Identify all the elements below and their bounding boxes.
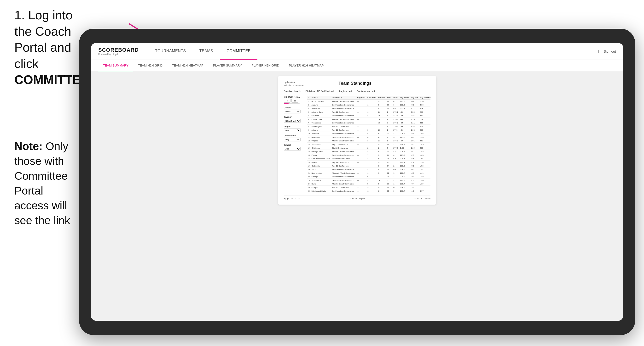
tablet-screen: SCOREBOARD Powered by clippd TOURNAMENTS…: [91, 43, 623, 321]
max-rounds-input[interactable]: [292, 99, 298, 103]
division-filter-display: Division: NCAA Division I: [306, 90, 334, 93]
home-btn[interactable]: ⌂: [295, 197, 296, 200]
table-row: 15Georgia TechAtlantic Coast Conference—…: [307, 150, 430, 153]
col-rank: #: [307, 96, 310, 100]
note-section: Note: Only those with Committee Portal a…: [14, 139, 77, 228]
standings-table: # School Conference Reg Rank Conf Rank N…: [307, 96, 430, 193]
table-row: 17East Tennessee StateSouthern Conferenc…: [307, 157, 430, 161]
logo-text: SCOREBOARD: [98, 47, 139, 53]
region-filter: Region N/A: [284, 125, 303, 132]
share-btn[interactable]: Share: [425, 197, 430, 200]
navbar: SCOREBOARD Powered by clippd TOURNAMENTS…: [91, 43, 623, 60]
subnav-team-h2h-heatmap[interactable]: TEAM H2H HEATMAP: [167, 60, 208, 71]
table-row: 25OregonPac-12 Conference—59210278.5-3.1…: [307, 186, 430, 189]
table-row: 4Arizona StatePac-12 Conference—1261274.…: [307, 110, 430, 114]
nav-right: | Sign out: [598, 49, 616, 53]
table-row: 21New MexicoMountain West Conference—192…: [307, 171, 430, 175]
col-adj-score: Adj. Score: [399, 96, 410, 100]
nav-separator: |: [598, 49, 599, 53]
more-btn[interactable]: ⋯: [298, 197, 300, 200]
table-row: 13Texas TechBig 12 Conference—19272276.9…: [307, 143, 430, 146]
nav-teams[interactable]: TEAMS: [193, 43, 220, 60]
conference-select[interactable]: (All): [284, 138, 300, 141]
instruction-area: 1. Log into the Coach Portal and click C…: [14, 7, 82, 88]
table-row: 11ArkansasSoutheastern Conference—682332…: [307, 136, 430, 139]
division-select[interactable]: NCAA Division I: [284, 119, 300, 123]
panel-title: Team Standings: [304, 81, 406, 86]
subnav-player-summary[interactable]: PLAYER SUMMARY: [208, 60, 246, 71]
back-btn[interactable]: ◀: [284, 197, 286, 200]
sign-out-link[interactable]: Sign out: [604, 49, 616, 53]
table-row: 14OklahomaBig 12 Conference—2242276.81.8…: [307, 146, 430, 150]
school-select[interactable]: (All): [284, 147, 300, 151]
panel-header: Update time: 27/03/2024 16:56:26 Team St…: [284, 81, 430, 87]
instruction-title: 1. Log into the Coach Portal and click C…: [14, 7, 82, 88]
gender-select[interactable]: Men's: [284, 110, 300, 113]
table-row: 24DukeAtlantic Coast Conference—59271278…: [307, 182, 430, 186]
update-time: Update time: 27/03/2024 16:56:26: [284, 81, 304, 87]
filters-sidebar: Minimum Rou... Gender: [284, 96, 303, 193]
min-rounds-filter: Minimum Rou...: [284, 96, 303, 104]
col-wins: Wins: [392, 96, 399, 100]
nav-committee[interactable]: COMMITTEE: [220, 43, 258, 60]
subnav-player-h2h-heatmap[interactable]: PLAYER H2H HEATMAP: [284, 60, 328, 71]
division-filter: Division NCAA Division I: [284, 116, 303, 123]
region-filter-display: Region: All: [339, 90, 352, 93]
nav-items: TOURNAMENTS TEAMS COMMITTEE: [148, 43, 598, 60]
footer-left: ◀ ▶ ↺ ⌂ ⋯: [284, 197, 300, 200]
tablet-frame: SCOREBOARD Powered by clippd TOURNAMENTS…: [79, 29, 635, 335]
table-row: 18IllinoisBig Ten Conference—19231279.1-…: [307, 161, 430, 164]
col-conference: Conference: [331, 96, 356, 100]
gender-filter: Gender Men's: [284, 107, 303, 113]
table-row: 22GeorgiaSoutheastern Conference—8721127…: [307, 175, 430, 178]
watch-btn[interactable]: Watch ▾: [414, 197, 422, 200]
logo-subtitle: Powered by clippd: [98, 53, 139, 56]
subnav-team-h2h-grid[interactable]: TEAM H2H GRID: [133, 60, 167, 71]
table-row: 20TexasSoutheastern Conference—88210.727…: [307, 168, 430, 171]
eye-icon: 👁: [349, 197, 351, 200]
table-row: 19CaliforniaPac-12 Conference—48242278.2…: [307, 164, 430, 168]
panel-body: Minimum Rou... Gender: [284, 96, 430, 193]
nav-tournaments[interactable]: TOURNAMENTS: [148, 43, 193, 60]
forward-btn[interactable]: ▶: [287, 197, 289, 200]
reload-btn[interactable]: ↺: [291, 197, 293, 200]
subnav: TEAM SUMMARY TEAM H2H GRID TEAM H2H HEAT…: [91, 60, 623, 71]
main-content: Update time: 27/03/2024 16:56:26 Team St…: [91, 71, 623, 321]
panel-footer: ◀ ▶ ↺ ⌂ ⋯ 👁 View: Original Watch ▾ Share: [284, 195, 430, 200]
conference-filter-display: Conference: All: [357, 90, 374, 93]
col-avg-low-rd: Avg. Low Rd.: [419, 96, 430, 100]
conference-filter: Conference (All): [284, 135, 303, 141]
region-select[interactable]: N/A: [284, 128, 300, 132]
filter-row: Gender: Men's Division: NCAA Division I …: [284, 90, 430, 93]
footer-right: Watch ▾ Share: [414, 197, 430, 200]
col-avg-sg: Avg. SG: [410, 96, 419, 100]
col-conf-rank: Conf Rank: [366, 96, 378, 100]
data-table-container: # School Conference Reg Rank Conf Rank N…: [307, 96, 430, 193]
table-row: 6Florida StateAtlantic Coast Conference—…: [307, 118, 430, 121]
table-row: 26Mississippi StateSoutheastern Conferen…: [307, 189, 430, 193]
col-reg-rank: Reg Rank: [356, 96, 366, 100]
gender-filter-display: Gender: Men's: [284, 90, 301, 93]
table-row: 7TennesseeSoutheastern Conference—418227…: [307, 121, 430, 125]
scoreboard-panel: Update time: 27/03/2024 16:56:26 Team St…: [278, 76, 436, 205]
table-row: 2AuburnSoutheastern Conference—19276273.…: [307, 103, 430, 107]
note-text: Note: Only those with Committee Portal a…: [14, 139, 77, 228]
table-row: 16FloridaSoutheastern Conference—7924427…: [307, 153, 430, 157]
table-row: 9ArizonaPac-12 Conference—3231276.4-6.11…: [307, 128, 430, 132]
subnav-player-h2h-grid[interactable]: PLAYER H2H GRID: [246, 60, 284, 71]
rounds-slider[interactable]: [284, 103, 300, 104]
table-row: 23Texas A&MSoutheastern Conference—91030…: [307, 178, 430, 182]
table-row: 3VanderbiltSoutheastern Conference—28276…: [307, 107, 430, 110]
min-rounds-input[interactable]: [284, 99, 290, 103]
col-no-tour: No Tour: [377, 96, 386, 100]
view-original[interactable]: 👁 View: Original: [349, 197, 365, 200]
logo-area: SCOREBOARD Powered by clippd: [98, 47, 139, 56]
table-row: 1North CarolinaAtlantic Coast Conference…: [307, 100, 430, 103]
subnav-team-summary[interactable]: TEAM SUMMARY: [98, 60, 133, 71]
table-row: 8WashingtonPac-12 Conference—2231276.3-6…: [307, 125, 430, 128]
table-row: 5Ole MissSoutheastern Conference—3181274…: [307, 114, 430, 118]
table-row: 10AlabamaSoutheastern Conference—5823327…: [307, 132, 430, 136]
table-row: 12VirginiaAtlantic Coast Conference—3211…: [307, 139, 430, 143]
col-rnds: Rnds: [386, 96, 392, 100]
col-school: School: [310, 96, 331, 100]
